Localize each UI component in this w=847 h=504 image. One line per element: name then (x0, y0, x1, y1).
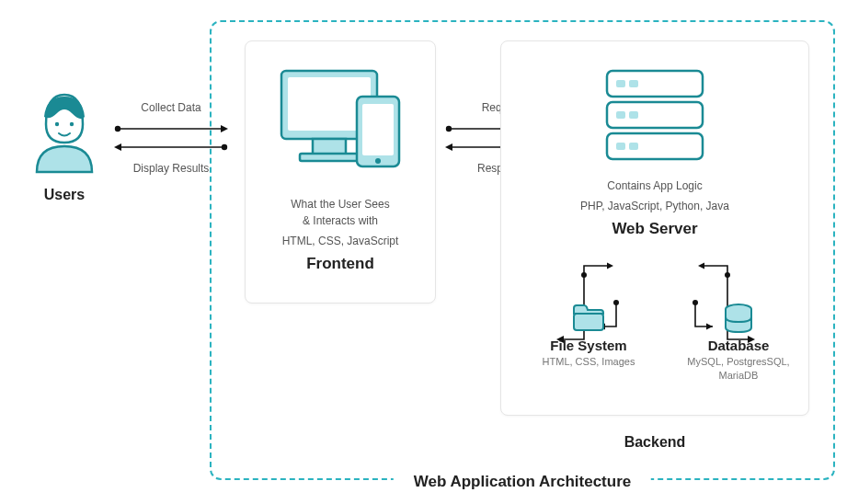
svg-rect-29 (629, 143, 638, 150)
svg-marker-39 (698, 263, 704, 269)
database-title: Database (674, 338, 803, 353)
svg-rect-28 (616, 143, 625, 150)
svg-rect-25 (616, 111, 625, 119)
database-block: Database MySQL, PostgresSQL, MariaDB (674, 303, 803, 384)
architecture-title: Web Application Architecture (394, 473, 651, 491)
user-icon (28, 87, 101, 176)
svg-rect-17 (300, 154, 359, 161)
frontend-tech: HTML, CSS, JavaScript (255, 235, 426, 247)
svg-marker-38 (607, 263, 613, 269)
servers-icon (600, 65, 710, 165)
frontend-desc-2: & Interacts with (255, 212, 426, 229)
svg-rect-19 (362, 104, 394, 155)
svg-marker-6 (114, 143, 121, 151)
svg-point-20 (375, 158, 381, 164)
svg-rect-40 (574, 314, 603, 330)
architecture-container: What the User Sees & Interacts with HTML… (210, 20, 835, 480)
svg-rect-22 (616, 80, 625, 87)
svg-point-1 (70, 122, 74, 126)
filesystem-tech: HTML, CSS, Images (520, 355, 658, 369)
users-block: Users (18, 87, 110, 203)
frontend-card: What the User Sees & Interacts with HTML… (245, 40, 436, 304)
backend-tech: PHP, JavaScript, Python, Java (509, 200, 801, 212)
svg-point-4 (115, 126, 120, 132)
frontend-title: Frontend (255, 255, 426, 273)
users-label: Users (18, 187, 110, 203)
backend-card: Contains App Logic PHP, JavaScript, Pyth… (500, 40, 809, 416)
database-tech: MySQL, PostgresSQL, MariaDB (674, 355, 803, 384)
filesystem-block: File System HTML, CSS, Images (520, 303, 658, 369)
devices-icon (276, 65, 405, 176)
frontend-desc-1: What the User Sees (255, 196, 426, 212)
svg-rect-23 (629, 80, 638, 87)
folder-icon (570, 303, 607, 334)
filesystem-title: File System (520, 338, 658, 353)
svg-point-0 (55, 122, 59, 126)
svg-rect-26 (629, 111, 638, 119)
webserver-title: Web Server (509, 220, 801, 238)
backend-tagline: Contains App Logic (509, 178, 801, 194)
database-icon (722, 303, 755, 334)
backend-label: Backend (500, 434, 809, 451)
